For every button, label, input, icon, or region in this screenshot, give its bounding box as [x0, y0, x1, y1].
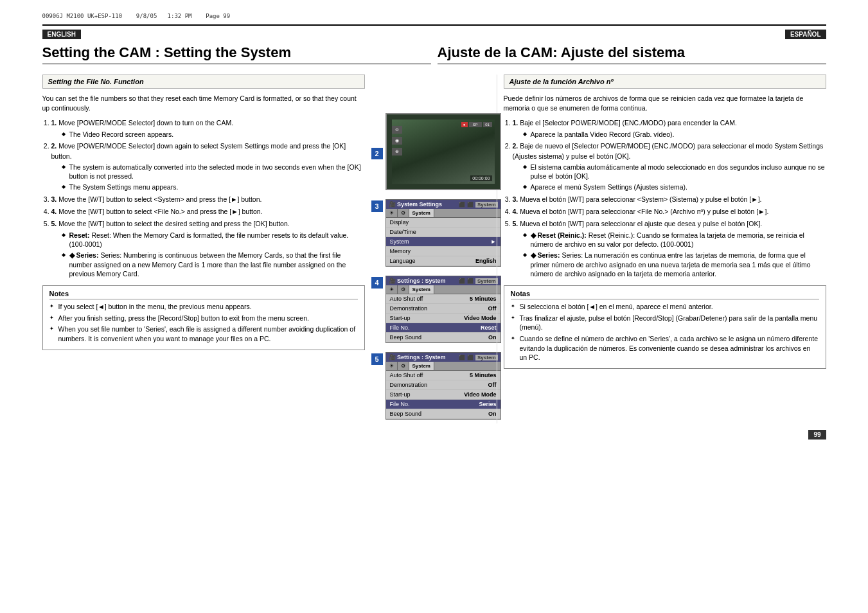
step2-bullet2: The System Settings menu appears.	[62, 182, 365, 192]
step3-text: Move the [W/T] button to select <System>…	[58, 195, 261, 203]
nota-item-3: Cuando se define el número de archivo en…	[511, 334, 819, 362]
page-ref: Page 99	[206, 13, 230, 19]
es-step1-bullet1: Aparece la pantalla Video Record (Grab. …	[523, 130, 826, 139]
cam-screen-mockup: ● SP 01 00:00:00 ⊙ ◉ ⊕	[385, 113, 501, 190]
step1-num: 1.	[51, 119, 57, 127]
es-step2-text: Baje de nuevo el [Selector POWER/MODE] (…	[513, 142, 824, 159]
note-item-1: If you select [◄] button in the menu, th…	[49, 302, 358, 312]
nota-item-1: Si selecciona el botón [◄] en el menú, a…	[511, 302, 819, 312]
menu-mockup-step4: 🎥 Settings : System ⬛ ⬛ System ☀ ⚙ Syste…	[385, 276, 501, 343]
menu-mockup-step5: 🎥 Settings : System ⬛ ⬛ System ☀ ⚙ Syste…	[385, 352, 501, 420]
es-step4-text: Mueva el botón [W/T] para seleccionar <F…	[520, 208, 768, 215]
nota-item-2: Tras finalizar el ajuste, pulse el botón…	[511, 314, 819, 332]
es-step1-num: 1.	[513, 119, 518, 127]
step5-bullet2: ◆ Series: Series: Numbering is continuou…	[62, 251, 365, 279]
notes-box: Notes If you select [◄] button in the me…	[42, 285, 365, 350]
page-number: 99	[808, 430, 826, 440]
step4-text: Move the [W/T] button to select <File No…	[58, 208, 262, 215]
doc-id: 00906J M2100 UK+ESP-110	[42, 13, 123, 19]
img-step3-num: 3	[371, 200, 383, 212]
doc-time: 1:32 PM	[168, 13, 192, 19]
es-step5-bullet2: ◆ Series: Series: La numeración es conti…	[523, 251, 826, 279]
english-section-title: Setting the CAM : Setting the System	[42, 44, 431, 64]
meta-line: 00906J M2100 UK+ESP-110 9/8/05 1:32 PM P…	[42, 13, 826, 19]
es-step4-num: 4.	[513, 208, 518, 215]
notas-title: Notas	[511, 290, 819, 299]
notas-box: Notas Si selecciona el botón [◄] en el m…	[504, 285, 826, 369]
es-step2-bullet2: Aparece el menú System Settings (Ajustes…	[523, 182, 826, 192]
left-content: Setting the File No. Function You can se…	[42, 75, 371, 423]
es-step5-num: 5.	[513, 220, 518, 227]
step5-num: 5.	[51, 220, 57, 227]
note-item-3: When you set file number to 'Series', ea…	[49, 324, 358, 343]
step1-text: Move [POWER/MODE Selector] down to turn …	[58, 119, 233, 127]
menu-mockup-step3: 🎥 System Settings ⬛ ⬛ System ☀ ⚙ System …	[385, 199, 501, 267]
step2-bullet1: The system is automatically converted in…	[62, 163, 365, 181]
top-divider	[42, 24, 826, 26]
notes-title: Notes	[49, 290, 358, 299]
right-intro: Puede definir los números de archivos de…	[504, 94, 826, 113]
es-step2-num: 2.	[513, 142, 518, 150]
espanol-badge: ESPAÑOL	[785, 30, 826, 39]
es-step3-text: Mueva el botón [W/T] para seleccionar <S…	[520, 195, 761, 203]
step5-bullet1: Reset: Reset: When the Memory Card is fo…	[62, 231, 365, 249]
step1-bullet1: The Video Record screen appears.	[62, 130, 365, 139]
english-badge: ENGLISH	[42, 30, 81, 39]
es-step5-bullet1: ◆ Reset (Reinic.): Reset (Reinic.): Cuan…	[523, 231, 826, 249]
left-sub-section: Setting the File No. Function	[42, 75, 365, 89]
right-content: Ajuste de la función Archivo nº Puede de…	[497, 75, 826, 423]
doc-date: 9/8/05	[136, 13, 157, 19]
center-images: 2 ● SP 01 00:00:00 ⊙	[371, 75, 497, 423]
step5-text: Move the [W/T] button to select the desi…	[58, 220, 290, 227]
espanol-section-title: Ajuste de la CAM: Ajuste del sistema	[438, 44, 826, 64]
img-step4-num: 4	[371, 277, 383, 289]
step2-num: 2.	[51, 142, 57, 150]
left-intro: You can set the file numbers so that the…	[42, 94, 365, 113]
cam-timecode: 00:00:00	[470, 175, 492, 181]
es-step2-bullet1: El sistema cambia automáticamente al mod…	[523, 163, 826, 181]
step3-num: 3.	[51, 195, 57, 203]
es-step5-text: Mueva el botón [W/T] para seleccionar el…	[520, 220, 762, 227]
img-step5-num: 5	[371, 353, 383, 365]
step4-num: 4.	[51, 208, 57, 215]
note-item-2: After you finish setting, press the [Rec…	[49, 314, 358, 323]
right-sub-section: Ajuste de la función Archivo nº	[504, 75, 826, 89]
es-step1-text: Baje el [Selector POWER/MODE] (ENC./MODO…	[520, 119, 737, 127]
step2-text: Move [POWER/MODE Selector] down again to…	[51, 142, 346, 159]
img-step2-num: 2	[371, 148, 383, 159]
es-step3-num: 3.	[513, 195, 518, 203]
